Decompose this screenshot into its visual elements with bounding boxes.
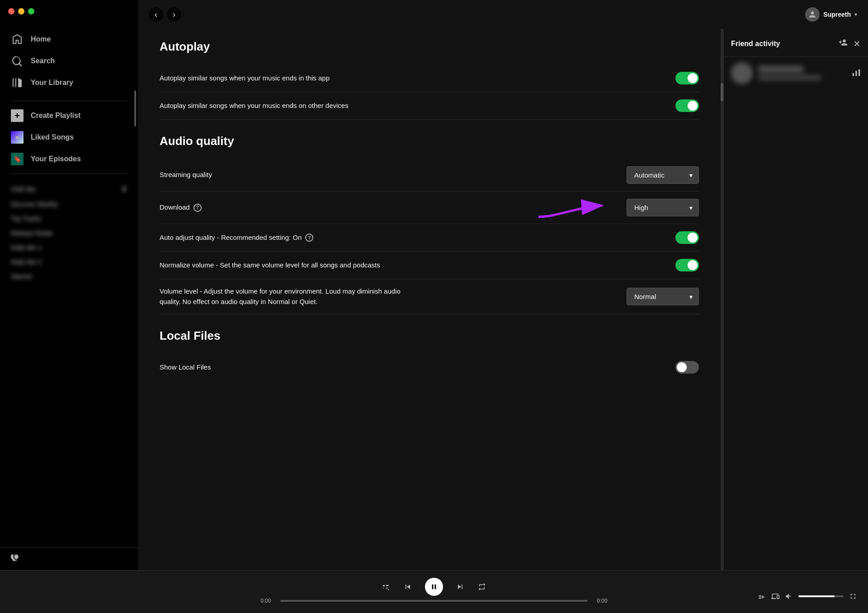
friend-activity-add-icon[interactable] [839,38,848,49]
traffic-lights[interactable] [8,8,34,14]
auto-adjust-toggle[interactable] [675,231,699,244]
friend-activity-header: Friend activity ✕ [724,29,868,57]
close-button[interactable] [8,8,14,14]
sidebar-library-label: Your Library [31,79,73,87]
setting-row-streaming: Streaming quality Automatic Low Normal H… [160,159,699,192]
sidebar-item-home[interactable]: Home [0,28,138,50]
fullscreen-button[interactable] [849,592,857,600]
library-icon [11,76,24,89]
episodes-icon: 🔖 [11,153,24,165]
list-item[interactable]: Discover Weekly [0,197,138,211]
setting-row-local-files: Show Local Files [160,354,699,381]
user-name: Supreeth [823,11,851,18]
download-select[interactable]: Low Normal High Very High [627,199,699,216]
setting-row-auto-adjust: Auto adjust quality - Recommended settin… [160,224,699,252]
list-item[interactable]: Release Radar [0,226,138,240]
sidebar-home-label: Home [31,35,51,43]
volume-button[interactable] [785,592,793,600]
progress-row: 0:00 0:00 [0,598,868,608]
devices-button[interactable] [771,592,779,600]
create-playlist-icon: + [11,109,24,122]
next-button[interactable] [456,582,465,591]
forward-button[interactable]: › [167,7,181,22]
download-icon: ⬇ [121,185,127,193]
add-friend-icon[interactable] [11,553,20,565]
user-area[interactable]: Supreeth ▾ [805,7,857,22]
list-item[interactable]: Starred [0,269,138,284]
toggle-knob [688,233,698,243]
list-item[interactable]: Daily Mix 2 [0,255,138,269]
sidebar-bottom-icons [0,547,138,570]
home-icon [11,33,24,46]
friend-activity-close-icon[interactable]: ✕ [853,38,861,49]
sidebar-item-your-episodes[interactable]: 🔖 Your Episodes [0,148,138,170]
sidebar-divider-1 [11,101,127,101]
audio-quality-section-title: Audio quality [160,134,699,148]
normalize-toggle[interactable] [675,259,699,271]
setting-row-download: Download ? [160,192,699,224]
friend-info [758,66,846,80]
streaming-quality-select[interactable]: Automatic Low Normal High Very High [627,166,699,184]
volume-level-select[interactable]: Quiet Normal Loud [627,288,699,305]
main-area: ‹ › Supreeth ▾ Autoplay [138,0,868,570]
your-episodes-label: Your Episodes [31,155,81,163]
list-item[interactable]: Daily Mix 1 [0,240,138,255]
sidebar-item-liked-songs[interactable]: ♥ Liked Songs [0,126,138,148]
setting-row-normalize: Normalize volume - Set the same volume l… [160,252,699,279]
friend-avatar [731,62,753,84]
volume-level-select-wrapper: Quiet Normal Loud [627,288,699,305]
autoplay-section-title: Autoplay [160,40,699,54]
previous-button[interactable] [403,582,412,591]
download-select-area: Low Normal High Very High [627,199,699,216]
svg-rect-1 [853,73,854,76]
maximize-button[interactable] [28,8,34,14]
sidebar-item-create-playlist[interactable]: + Create Playlist [0,105,138,126]
minimize-button[interactable] [18,8,24,14]
auto-adjust-label: Auto adjust quality - Recommended settin… [160,233,313,243]
shuffle-button[interactable] [382,582,391,591]
auto-adjust-help-icon[interactable]: ? [305,234,313,242]
content-row: Autoplay Autoplay similar songs when you… [138,29,868,570]
player-controls [0,571,868,598]
streaming-quality-select-wrapper: Automatic Low Normal High Very High [627,166,699,184]
download-help-icon[interactable]: ? [193,204,202,212]
sidebar-item-library[interactable]: Your Library [0,72,138,94]
autoplay-1-label: Autoplay similar songs when your music e… [160,73,330,84]
liked-songs-icon: ♥ [11,131,24,144]
sidebar-search-label: Search [31,57,55,65]
queue-button[interactable] [758,592,766,600]
playlist-list: Chill Hits ⬇ Discover Weekly Top Tracks … [0,178,138,547]
sidebar-scrollbar[interactable] [134,90,136,126]
normalize-label: Normalize volume - Set the same volume l… [160,260,380,271]
download-label: Download ? [160,202,202,213]
settings-scrollbar-thumb[interactable] [721,83,723,101]
current-time: 0:00 [257,598,275,604]
sidebar-item-search[interactable]: Search [0,50,138,72]
list-item[interactable]: Top Tracks [0,211,138,226]
repeat-button[interactable] [477,582,486,591]
friend-activity-title: Friend activity [731,40,780,48]
local-files-toggle[interactable] [675,361,699,374]
volume-bar[interactable] [798,595,844,597]
nav-arrows: ‹ › [149,7,181,22]
create-playlist-label: Create Playlist [31,112,80,120]
svg-rect-2 [855,70,857,76]
player-bar: 0:00 0:00 [0,570,868,613]
autoplay-2-toggle[interactable] [675,99,699,112]
back-button[interactable]: ‹ [149,7,163,22]
progress-bar[interactable] [280,600,588,602]
download-select-wrapper: Low Normal High Very High [627,199,699,216]
autoplay-2-label: Autoplay similar songs when your music e… [160,101,349,111]
list-item[interactable]: Chill Hits ⬇ [0,181,138,197]
streaming-quality-label: Streaming quality [160,170,212,180]
user-chevron-icon: ▾ [854,11,857,18]
play-pause-button[interactable] [425,578,443,596]
bar-chart-icon [852,68,861,79]
sidebar-divider-2 [11,173,127,174]
svg-rect-3 [859,69,860,76]
friend-item [724,57,868,89]
nav-section: Home Search Your Library [0,25,138,97]
player-right-controls [758,592,857,600]
autoplay-1-toggle[interactable] [675,72,699,84]
friend-track [758,75,821,80]
